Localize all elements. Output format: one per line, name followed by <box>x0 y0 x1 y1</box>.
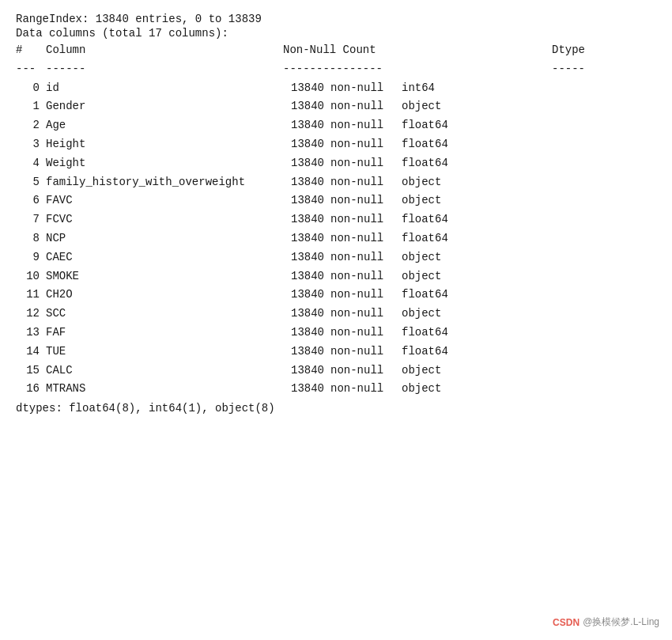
row-dtype: float64 <box>402 154 448 173</box>
table-row: 11 CH2O 13840 non-null float64 <box>16 286 656 305</box>
row-num: 7 <box>16 210 46 229</box>
row-column-name: CALC <box>46 362 283 381</box>
row-column-name: Age <box>46 116 283 135</box>
row-null: non-null <box>330 191 402 210</box>
row-count: 13840 <box>283 229 330 248</box>
row-count: 13840 <box>283 267 330 286</box>
row-count: 13840 <box>283 173 330 192</box>
row-dtype: float64 <box>402 343 448 362</box>
row-num: 15 <box>16 362 46 381</box>
row-dtype: object <box>402 173 441 192</box>
row-num: 6 <box>16 191 46 210</box>
row-num: 1 <box>16 97 46 116</box>
row-null: non-null <box>330 362 402 381</box>
row-column-name: CH2O <box>46 286 283 305</box>
watermark-csdn: CSDN <box>553 617 580 628</box>
data-table: # Column Non-Null Count Dtype --- ------… <box>16 41 656 399</box>
header-dtype: Dtype <box>552 41 585 60</box>
row-dtype: float64 <box>402 229 448 248</box>
data-columns-line: Data columns (total 17 columns): <box>16 27 656 40</box>
table-row: 8 NCP 13840 non-null float64 <box>16 229 656 248</box>
row-count: 13840 <box>283 305 330 324</box>
table-row: 2 Age 13840 non-null float64 <box>16 116 656 135</box>
row-dtype: float64 <box>402 135 448 154</box>
row-null: non-null <box>330 286 402 305</box>
header-column: Column <box>46 41 283 60</box>
row-count: 13840 <box>283 380 330 399</box>
range-index-line: RangeIndex: 13840 entries, 0 to 13839 <box>16 13 656 25</box>
row-null: non-null <box>330 154 402 173</box>
row-null: non-null <box>330 116 402 135</box>
row-null: non-null <box>330 97 402 116</box>
row-column-name: CAEC <box>46 248 283 267</box>
row-dtype: float64 <box>402 324 448 343</box>
row-column-name: Gender <box>46 97 283 116</box>
row-dtype: object <box>402 362 441 381</box>
row-null: non-null <box>330 135 402 154</box>
row-column-name: family_history_with_overweight <box>46 173 283 192</box>
row-count: 13840 <box>283 79 330 98</box>
row-column-name: NCP <box>46 229 283 248</box>
row-null: non-null <box>330 248 402 267</box>
row-dtype: int64 <box>402 79 435 98</box>
row-count: 13840 <box>283 286 330 305</box>
table-row: 15 CALC 13840 non-null object <box>16 362 656 381</box>
table-row: 14 TUE 13840 non-null float64 <box>16 343 656 362</box>
watermark-at: @换模候梦.L-Ling <box>583 615 659 629</box>
row-count: 13840 <box>283 116 330 135</box>
row-column-name: MTRANS <box>46 380 283 399</box>
table-row: 6 FAVC 13840 non-null object <box>16 191 656 210</box>
table-row: 13 FAF 13840 non-null float64 <box>16 324 656 343</box>
table-rows: 0 id 13840 non-null int64 1 Gender 13840… <box>16 79 656 400</box>
table-row: 5 family_history_with_overweight 13840 n… <box>16 173 656 192</box>
row-dtype: object <box>402 380 441 399</box>
row-num: 14 <box>16 343 46 362</box>
row-num: 8 <box>16 229 46 248</box>
table-row: 10 SMOKE 13840 non-null object <box>16 267 656 286</box>
table-row: 16 MTRANS 13840 non-null object <box>16 380 656 399</box>
row-dtype: object <box>402 97 441 116</box>
row-count: 13840 <box>283 191 330 210</box>
header-hash: # <box>16 41 46 60</box>
row-num: 13 <box>16 324 46 343</box>
sep-hash: --- <box>16 60 46 79</box>
row-column-name: SCC <box>46 305 283 324</box>
row-num: 3 <box>16 135 46 154</box>
row-count: 13840 <box>283 97 330 116</box>
row-null: non-null <box>330 324 402 343</box>
row-column-name: TUE <box>46 343 283 362</box>
row-dtype: object <box>402 191 441 210</box>
table-row: 9 CAEC 13840 non-null object <box>16 248 656 267</box>
sep-count: --------------- <box>283 60 552 79</box>
row-dtype: object <box>402 267 441 286</box>
row-count: 13840 <box>283 324 330 343</box>
row-dtype: float64 <box>402 116 448 135</box>
row-dtype: object <box>402 248 441 267</box>
table-row: 4 Weight 13840 non-null float64 <box>16 154 656 173</box>
row-dtype: float64 <box>402 286 448 305</box>
row-null: non-null <box>330 229 402 248</box>
row-null: non-null <box>330 343 402 362</box>
row-null: non-null <box>330 380 402 399</box>
row-count: 13840 <box>283 135 330 154</box>
header-non-null-count: Non-Null Count <box>283 41 552 60</box>
row-null: non-null <box>330 210 402 229</box>
row-num: 2 <box>16 116 46 135</box>
row-num: 0 <box>16 79 46 98</box>
table-row: 12 SCC 13840 non-null object <box>16 305 656 324</box>
output-container: RangeIndex: 13840 entries, 0 to 13839 Da… <box>16 13 656 415</box>
row-column-name: FCVC <box>46 210 283 229</box>
row-num: 16 <box>16 380 46 399</box>
row-count: 13840 <box>283 362 330 381</box>
table-header: # Column Non-Null Count Dtype <box>16 41 656 60</box>
row-count: 13840 <box>283 154 330 173</box>
row-column-name: SMOKE <box>46 267 283 286</box>
footer-line: dtypes: float64(8), int64(1), object(8) <box>16 402 656 415</box>
row-null: non-null <box>330 173 402 192</box>
row-count: 13840 <box>283 248 330 267</box>
row-dtype: object <box>402 305 441 324</box>
row-null: non-null <box>330 305 402 324</box>
row-column-name: Height <box>46 135 283 154</box>
row-column-name: FAVC <box>46 191 283 210</box>
row-num: 9 <box>16 248 46 267</box>
